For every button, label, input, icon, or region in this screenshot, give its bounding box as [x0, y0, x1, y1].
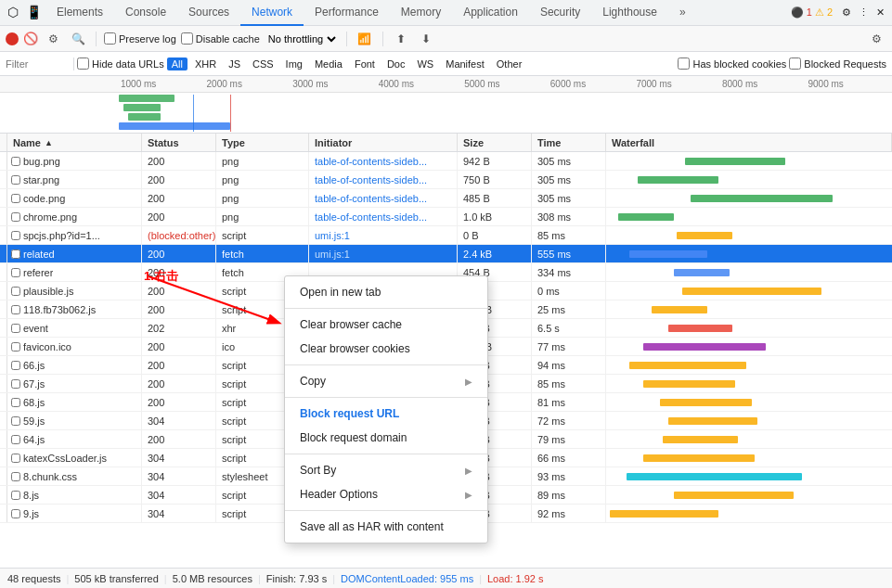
- filter-type-media[interactable]: Media: [310, 58, 347, 70]
- ctx-item-open-tab[interactable]: Open in new tab: [285, 280, 487, 304]
- th-waterfall[interactable]: Waterfall: [606, 134, 892, 151]
- tab-memory[interactable]: Memory: [390, 0, 452, 26]
- preserve-log-checkbox[interactable]: Preserve log: [104, 32, 176, 45]
- ctx-item-sort-by[interactable]: Sort By ▶: [285, 458, 487, 482]
- tab-lighthouse[interactable]: Lighthouse: [591, 0, 668, 26]
- th-name[interactable]: Name▲: [7, 134, 142, 151]
- tab-network[interactable]: Network: [240, 0, 304, 26]
- th-size[interactable]: Size: [458, 134, 532, 151]
- tab-security[interactable]: Security: [529, 0, 591, 26]
- row-waterfall: [606, 226, 892, 244]
- row-status: 304: [142, 505, 216, 522]
- row-name: spcjs.php?id=1...: [7, 226, 142, 244]
- tab-sources[interactable]: Sources: [177, 0, 240, 26]
- clear-button[interactable]: 🚫: [23, 32, 38, 45]
- row-gutter: [0, 171, 7, 188]
- network-toolbar: 🚫 ⚙ 🔍 Preserve log Disable cache No thro…: [0, 26, 892, 52]
- row-waterfall: [606, 245, 892, 262]
- table-row[interactable]: bug.png 200 png table-of-contents-sideb.…: [0, 152, 892, 171]
- th-status[interactable]: Status: [142, 134, 216, 151]
- row-initiator: table-of-contents-sideb...: [309, 208, 458, 225]
- row-status: 200: [142, 300, 216, 318]
- ctx-item-block-url[interactable]: Block request URL: [285, 402, 487, 426]
- ctx-item-block-domain[interactable]: Block request domain: [285, 426, 487, 450]
- row-time: 85 ms: [532, 375, 606, 392]
- row-gutter: [0, 152, 7, 170]
- tab-performance[interactable]: Performance: [304, 0, 390, 26]
- devtools-icon-inspect[interactable]: ⬡: [4, 0, 22, 26]
- ctx-item-header-options[interactable]: Header Options ▶: [285, 482, 487, 506]
- row-status: 200: [142, 282, 216, 300]
- ctx-item-save-har[interactable]: Save all as HAR with content: [285, 515, 487, 539]
- tab-application[interactable]: Application: [452, 0, 529, 26]
- row-gutter: [0, 338, 7, 355]
- th-initiator[interactable]: Initiator: [309, 134, 458, 151]
- table-row[interactable]: related 200 fetch umi.js:1 2.4 kB 555 ms: [0, 245, 892, 263]
- row-name: plausible.js: [7, 282, 142, 300]
- wifi-icon[interactable]: 📶: [355, 29, 375, 49]
- disable-cache-checkbox[interactable]: Disable cache: [181, 32, 260, 45]
- ctx-item-clear-cache[interactable]: Clear browser cache: [285, 313, 487, 337]
- row-name: chrome.png: [7, 208, 142, 225]
- row-waterfall: [606, 449, 892, 467]
- devtools-icon-device[interactable]: 📱: [22, 0, 45, 26]
- ctx-sep-3: [285, 397, 487, 398]
- tab-more[interactable]: »: [668, 0, 697, 26]
- row-time: 0 ms: [532, 282, 606, 300]
- th-type[interactable]: Type: [216, 134, 309, 151]
- filter-type-ws[interactable]: WS: [412, 58, 438, 70]
- hide-data-urls-checkbox[interactable]: Hide data URLs: [77, 58, 164, 70]
- copy-arrow-icon: ▶: [465, 377, 472, 387]
- row-waterfall: [606, 467, 892, 485]
- ctx-item-clear-cookies[interactable]: Clear browser cookies: [285, 337, 487, 361]
- ruler-mark-6000: 6000 ms: [549, 79, 635, 89]
- filter-type-xhr[interactable]: XHR: [190, 58, 221, 70]
- table-row[interactable]: chrome.png 200 png table-of-contents-sid…: [0, 208, 892, 226]
- blocked-requests-checkbox[interactable]: Blocked Requests: [789, 58, 886, 70]
- filter-type-manifest[interactable]: Manifest: [441, 58, 489, 70]
- row-name: favicon.ico: [7, 338, 142, 355]
- filter-type-font[interactable]: Font: [350, 58, 380, 70]
- row-gutter: [0, 208, 7, 225]
- row-status: 304: [142, 486, 216, 504]
- tab-console[interactable]: Console: [114, 0, 177, 26]
- row-size: 1.0 kB: [458, 208, 532, 225]
- filter-input[interactable]: [6, 58, 71, 70]
- row-type: png: [216, 189, 309, 207]
- export-icon[interactable]: ⬇: [416, 29, 436, 49]
- tab-elements[interactable]: Elements: [45, 0, 114, 26]
- th-time[interactable]: Time: [532, 134, 606, 151]
- has-blocked-cookies-checkbox[interactable]: Has blocked cookies: [678, 58, 786, 70]
- status-resources: 5.0 MB resources: [173, 573, 252, 584]
- row-gutter: [0, 189, 7, 207]
- ruler-mark-1000: 1000 ms: [119, 79, 205, 89]
- ctx-item-copy[interactable]: Copy ▶: [285, 369, 487, 393]
- status-load: Load: 1.92 s: [487, 573, 544, 584]
- row-waterfall: [606, 171, 892, 188]
- table-row[interactable]: spcjs.php?id=1... (blocked:other) script…: [0, 226, 892, 245]
- table-row[interactable]: star.png 200 png table-of-contents-sideb…: [0, 171, 892, 189]
- row-waterfall: [606, 300, 892, 318]
- row-waterfall: [606, 393, 892, 411]
- ruler-mark-9000: 9000 ms: [807, 79, 893, 89]
- row-name: 8.chunk.css: [7, 467, 142, 485]
- row-name: code.png: [7, 189, 142, 207]
- filter-type-js[interactable]: JS: [224, 58, 245, 70]
- throttle-select[interactable]: No throttling: [265, 32, 339, 45]
- filter-type-other[interactable]: Other: [492, 58, 527, 70]
- more-options-icon[interactable]: ⋮: [855, 0, 873, 26]
- filter-type-img[interactable]: Img: [281, 58, 307, 70]
- search-icon[interactable]: 🔍: [68, 29, 88, 49]
- row-name: 59.js: [7, 412, 142, 429]
- table-row[interactable]: code.png 200 png table-of-contents-sideb…: [0, 189, 892, 208]
- filter-type-css[interactable]: CSS: [248, 58, 278, 70]
- import-icon[interactable]: ⬆: [391, 29, 411, 49]
- filter-icon[interactable]: ⚙: [43, 29, 63, 49]
- filter-type-doc[interactable]: Doc: [382, 58, 410, 70]
- filter-type-all[interactable]: All: [167, 58, 187, 70]
- record-button[interactable]: [6, 32, 19, 45]
- settings-icon[interactable]: ⚙: [838, 0, 855, 26]
- row-gutter: [0, 375, 7, 392]
- network-settings-icon[interactable]: ⚙: [866, 29, 886, 49]
- close-icon[interactable]: ✕: [873, 0, 888, 26]
